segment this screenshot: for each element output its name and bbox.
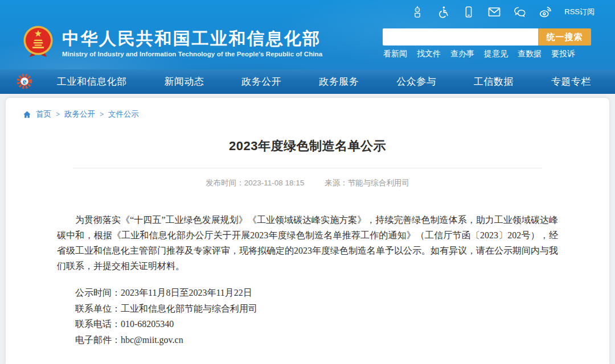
nav-item-miit[interactable]: 工业和信息化部 <box>57 75 127 88</box>
quick-links: 看新闻 找文件 查办事 提意见 查数据 要投诉 <box>383 49 575 59</box>
rss-subscribe-link[interactable]: RSS订阅 <box>564 7 594 17</box>
title-divider <box>73 168 542 168</box>
mascot-icon[interactable] <box>411 5 424 19</box>
quick-link-files[interactable]: 找文件 <box>417 49 441 59</box>
article-paragraph: 为贯彻落实《“十四五”工业绿色发展规划》《工业领域碳达峰实施方案》，持续完善绿色… <box>57 212 558 274</box>
nav-item-participation[interactable]: 公众参与 <box>396 75 436 88</box>
breadcrumb-current[interactable]: 文件公示 <box>108 109 139 119</box>
home-icon[interactable] <box>23 110 31 119</box>
site-subtitle: Ministry of Industry and Information Tec… <box>62 51 322 57</box>
wechat-icon[interactable] <box>513 5 527 19</box>
nav-item-gov-services[interactable]: 政务服务 <box>319 75 359 88</box>
search-button[interactable]: 统一搜索 <box>538 28 591 46</box>
site-logo[interactable]: 中华人民共和国工业和信息化部 Ministry of Industry and … <box>22 24 322 62</box>
mail-icon[interactable] <box>487 5 501 19</box>
quick-link-data[interactable]: 查数据 <box>518 49 542 59</box>
site-header: RSS订阅 中华人民共和国工业和信息化部 Ministry of Industr… <box>0 0 615 94</box>
nav-item-gov-info[interactable]: 政务公开 <box>241 75 281 88</box>
article: 2023年度绿色制造名单公示 发布时间：2023-11-08 18:15 来源：… <box>57 138 558 348</box>
mobile-icon[interactable] <box>462 5 475 19</box>
site-title: 中华人民共和国工业和信息化部 <box>62 29 322 49</box>
breadcrumb-separator: > <box>56 110 60 118</box>
quick-link-news[interactable]: 看新闻 <box>383 49 407 59</box>
publish-time: 发布时间：2023-11-08 18:15 <box>206 178 304 188</box>
quick-link-services[interactable]: 查办事 <box>450 49 474 59</box>
article-details: 公示时间：2023年11月8日至2023年11月22日 联系单位：工业和信息化部… <box>57 285 558 348</box>
breadcrumb-gov-info[interactable]: 政务公开 <box>64 109 95 119</box>
quick-link-suggest[interactable]: 提意见 <box>484 49 508 59</box>
detail-contact-unit: 联系单位：工业和信息化部节能与综合利用司 <box>57 301 558 317</box>
detail-publicity-period: 公示时间：2023年11月8日至2023年11月22日 <box>57 285 558 301</box>
miit-e-logo-icon[interactable]: e <box>16 73 33 90</box>
nav-item-special-topics[interactable]: 专题专栏 <box>551 75 591 88</box>
quick-link-complaint[interactable]: 要投诉 <box>551 49 575 59</box>
search-box: 统一搜索 <box>383 28 591 46</box>
svg-text:e: e <box>23 77 27 86</box>
search-input[interactable] <box>383 28 538 46</box>
detail-contact-phone: 联系电话：010-68205340 <box>57 316 558 332</box>
accessibility-icon[interactable] <box>436 5 450 19</box>
article-source: 来源：节能与综合利用司 <box>325 178 409 188</box>
publish-info: 发布时间：2023-11-08 18:15 来源：节能与综合利用司 <box>57 178 558 188</box>
nav-item-news[interactable]: 新闻动态 <box>164 75 204 88</box>
breadcrumb-home[interactable]: 首页 <box>36 109 51 119</box>
topbar: RSS订阅 <box>0 0 615 24</box>
breadcrumb-separator: > <box>100 110 104 118</box>
nav-items: 工业和信息化部 新闻动态 政务公开 政务服务 公众参与 工信数据 专题专栏 <box>57 75 591 88</box>
article-title: 2023年度绿色制造名单公示 <box>57 138 558 155</box>
breadcrumb: 首页 > 政务公开 > 文件公示 <box>6 109 609 119</box>
detail-contact-email: 电子邮件：hbc@miit.gov.cn <box>57 332 558 348</box>
page-background: 首页 > 政务公开 > 文件公示 2023年度绿色制造名单公示 发布时间：202… <box>0 94 615 364</box>
main-nav: e 工业和信息化部 新闻动态 政务公开 政务服务 公众参与 工信数据 专题专栏 <box>0 69 615 94</box>
nav-item-industry-data[interactable]: 工信数据 <box>474 75 514 88</box>
national-emblem-icon <box>22 24 55 62</box>
content-card: 首页 > 政务公开 > 文件公示 2023年度绿色制造名单公示 发布时间：202… <box>6 98 609 364</box>
weibo-icon[interactable] <box>539 5 552 19</box>
